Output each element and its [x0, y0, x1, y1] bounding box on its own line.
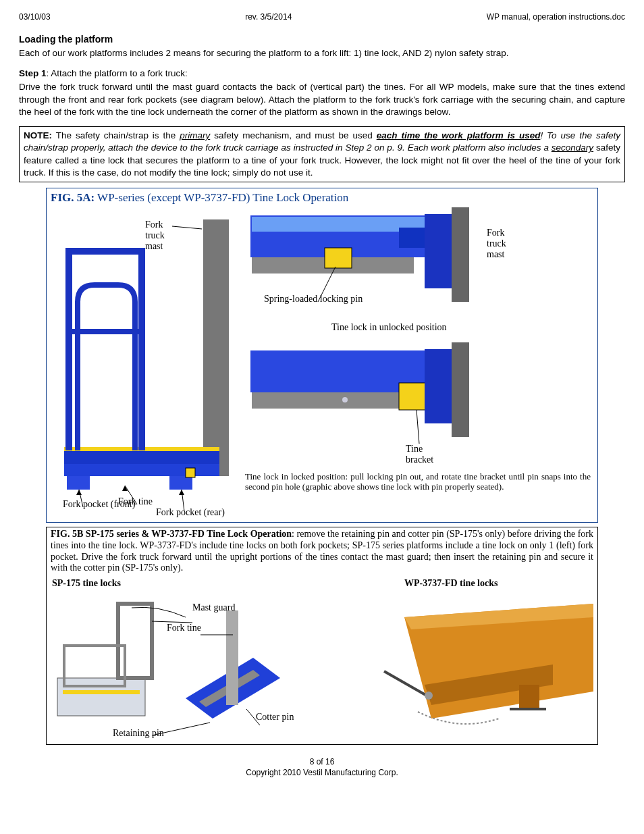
note-eachtime: each time the work platform is used — [377, 130, 541, 140]
note-t2: safety mechanism, and must be used — [210, 130, 376, 140]
page-number: 8 of 16 — [19, 757, 625, 768]
svg-rect-34 — [118, 604, 152, 678]
svg-rect-30 — [425, 349, 452, 423]
label-fork-truck-mast-right1: Forktruckmast — [487, 228, 506, 260]
svg-rect-22 — [325, 248, 352, 268]
step1-label: Step 1 — [19, 68, 47, 78]
step1-body: Drive the fork truck forward until the m… — [19, 81, 625, 118]
label-fork-tine: Fork tine — [118, 496, 153, 507]
svg-rect-33 — [57, 678, 145, 716]
header-center: rev. 3/5/2014 — [245, 12, 292, 22]
svg-line-11 — [172, 226, 202, 229]
svg-rect-23 — [425, 214, 452, 288]
page-footer: 8 of 16 Copyright 2010 Vestil Manufactur… — [19, 757, 625, 778]
svg-rect-3 — [67, 476, 90, 490]
svg-rect-4 — [169, 476, 192, 490]
note-label: NOTE: — [24, 130, 52, 140]
label-unlocked: Tine lock in unlocked position — [331, 322, 447, 333]
svg-marker-17 — [179, 490, 184, 495]
label-locked-caption: Tine lock in locked position: pull locki… — [245, 472, 591, 492]
fig5a-right-bottom — [244, 342, 527, 450]
fig5a-title-rest: WP-series (except WP-3737-FD) Tine Lock … — [95, 191, 348, 204]
svg-rect-10 — [186, 468, 195, 477]
svg-rect-6 — [65, 248, 72, 450]
svg-line-32 — [417, 410, 419, 444]
fig5b-text: FIG. 5B SP-175 series & WP-3737-FD Tine … — [51, 529, 593, 574]
header-left: 03/10/03 — [19, 12, 51, 22]
svg-rect-1 — [64, 464, 219, 476]
wp3737-diagram — [377, 590, 593, 739]
figure-5a: FIG. 5A: WP-series (except WP-3737-FD) T… — [46, 188, 598, 523]
fig5b-title-bold: FIG. 5B SP-175 series & WP-3737-FD Tine … — [51, 529, 292, 539]
svg-rect-7 — [138, 248, 145, 450]
label-mast-guard: Mast guard — [192, 602, 235, 613]
figure-5b: FIG. 5B SP-175 series & WP-3737-FD Tine … — [46, 527, 598, 745]
svg-rect-24 — [452, 207, 469, 302]
svg-rect-2 — [64, 450, 219, 464]
svg-marker-15 — [76, 490, 82, 495]
note-t1: The safety chain/strap is the — [52, 130, 180, 140]
fig5a-left-diagram — [51, 207, 240, 518]
svg-rect-50 — [519, 685, 539, 709]
svg-rect-8 — [65, 248, 145, 255]
svg-rect-0 — [203, 219, 229, 476]
section-title: Loading the platform — [19, 34, 625, 45]
svg-rect-39 — [226, 610, 238, 705]
label-fork-tine-5b: Fork tine — [167, 623, 201, 633]
svg-rect-19 — [252, 217, 425, 232]
label-fork-pocket-rear: Fork pocket (rear) — [156, 507, 225, 518]
label-cotter-pin: Cotter pin — [256, 712, 294, 723]
wp-label: WP-3737-FD tine locks — [404, 578, 498, 589]
svg-rect-27 — [252, 392, 414, 409]
step1-heading: Step 1: Attach the platform to a fork tr… — [19, 68, 625, 80]
intro-paragraph: Each of our work platforms includes 2 me… — [19, 47, 625, 59]
svg-rect-35 — [63, 690, 140, 694]
label-spring-pin: Spring-loaded locking pin — [264, 294, 363, 305]
figure-5a-title: FIG. 5A: WP-series (except WP-3737-FD) T… — [47, 188, 597, 207]
note-secondary: secondary — [552, 142, 593, 153]
sp175-label: SP-175 tine locks — [52, 578, 121, 589]
label-retaining-pin: Retaining pin — [113, 728, 164, 739]
note-box: NOTE: The safety chain/strap is the prim… — [19, 126, 625, 182]
step1-rest: : Attach the platform to a fork truck: — [47, 68, 188, 78]
header-right: WP manual, operation instructions.doc — [487, 12, 625, 22]
label-fork-truck-mast-left: Forktruckmast — [145, 219, 165, 252]
svg-point-49 — [425, 692, 433, 700]
note-primary: primary — [180, 130, 210, 140]
svg-point-28 — [342, 397, 348, 402]
fig5a-title-bold: FIG. 5A: — [51, 191, 95, 204]
copyright: Copyright 2010 Vestil Manufacturing Corp… — [19, 768, 625, 779]
label-tine-bracket: Tinebracket — [406, 444, 433, 465]
page-header: 03/10/03 rev. 3/5/2014 WP manual, operat… — [19, 12, 625, 22]
svg-rect-31 — [452, 342, 469, 437]
